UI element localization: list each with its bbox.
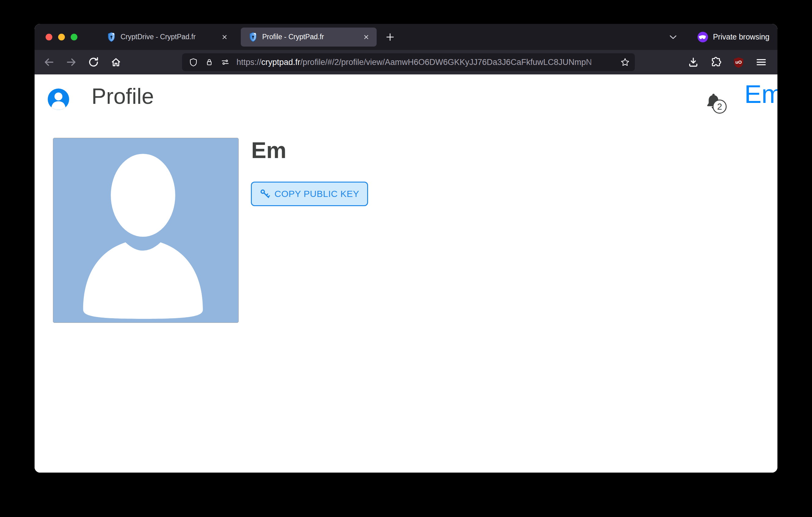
person-silhouette-icon — [53, 138, 238, 323]
navigation-toolbar: https://cryptpad.fr/profile/#/2/profile/… — [35, 50, 777, 75]
tab-bar: CryptDrive - CryptPad.fr Profile - Crypt… — [35, 24, 777, 50]
copy-public-key-label: COPY PUBLIC KEY — [274, 189, 359, 199]
browser-window: CryptDrive - CryptPad.fr Profile - Crypt… — [35, 24, 777, 472]
new-tab-button[interactable] — [383, 30, 397, 44]
url-fade — [584, 53, 618, 71]
tab-cryptdrive[interactable]: CryptDrive - CryptPad.fr — [99, 28, 235, 47]
close-icon[interactable] — [362, 33, 370, 41]
page-content: Profile 2 Em Em COPY PUBLIC KEY — [35, 75, 777, 472]
copy-public-key-button[interactable]: COPY PUBLIC KEY — [251, 182, 368, 206]
permissions-icon[interactable] — [221, 58, 230, 67]
reload-icon[interactable] — [87, 56, 100, 68]
tab-title: CryptDrive - CryptPad.fr — [120, 33, 221, 41]
user-menu-button[interactable]: Em — [744, 79, 777, 109]
zoom-window-button[interactable] — [71, 34, 78, 40]
private-browsing-label: Private browsing — [713, 32, 770, 42]
notifications-button[interactable]: 2 — [705, 91, 738, 122]
page-title: Profile — [91, 84, 154, 109]
url-bar[interactable]: https://cryptpad.fr/profile/#/2/profile/… — [182, 53, 635, 71]
cryptpad-favicon — [249, 32, 257, 42]
notification-count-badge: 2 — [713, 100, 727, 114]
close-icon[interactable] — [221, 33, 228, 41]
minimize-window-button[interactable] — [58, 34, 65, 40]
shield-icon[interactable] — [189, 58, 198, 67]
key-icon — [260, 189, 270, 199]
url-text[interactable]: https://cryptpad.fr/profile/#/2/profile/… — [236, 58, 617, 67]
svg-text:uO: uO — [735, 59, 742, 65]
extensions-icon[interactable] — [709, 56, 723, 68]
ublock-icon[interactable]: uO — [731, 56, 746, 68]
traffic-lights — [46, 34, 78, 40]
url-path: /profile/#/2/profile/view/AamwH6O6DW6GKK… — [300, 58, 592, 67]
chevron-down-icon[interactable] — [668, 33, 678, 42]
menu-icon[interactable] — [754, 56, 768, 68]
close-window-button[interactable] — [46, 34, 52, 40]
toolbar-right: uO — [686, 56, 777, 68]
profile-name-heading: Em — [251, 137, 286, 163]
back-icon[interactable] — [43, 56, 55, 68]
user-account-icon[interactable] — [46, 86, 71, 112]
cryptpad-favicon — [107, 32, 116, 42]
bookmark-star-icon[interactable] — [620, 57, 630, 67]
private-browsing-badge: Private browsing — [697, 31, 770, 43]
tab-title: Profile - CryptPad.fr — [262, 33, 362, 41]
download-icon[interactable] — [686, 56, 700, 68]
url-scheme: https:// — [236, 58, 261, 67]
lock-icon[interactable] — [205, 58, 214, 67]
home-icon[interactable] — [110, 56, 122, 68]
mask-icon — [697, 31, 708, 43]
profile-avatar-placeholder[interactable] — [53, 138, 239, 323]
url-domain: cryptpad.fr — [261, 58, 300, 67]
forward-icon[interactable] — [65, 56, 78, 68]
tab-profile[interactable]: Profile - CryptPad.fr — [241, 28, 377, 47]
